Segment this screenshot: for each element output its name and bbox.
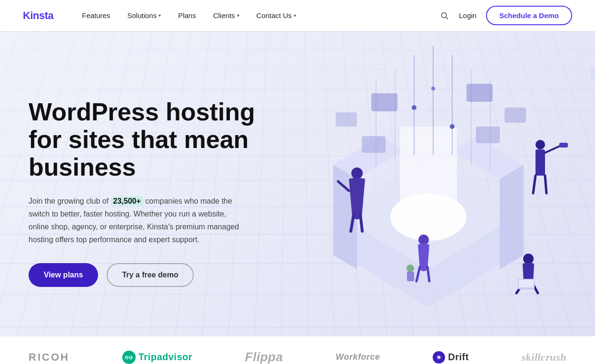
nav-features[interactable]: Features [82,11,110,20]
brand-skillcrush: skillcrush [522,351,566,364]
nav-actions: Login Schedule a Demo [440,6,572,25]
nav-solutions[interactable]: Solutions ▾ [127,11,161,20]
nav-contact[interactable]: Contact Us ▾ [257,11,296,20]
nav-clients[interactable]: Clients ▾ [213,11,239,20]
login-link[interactable]: Login [459,11,476,20]
hero-description: Join the growing club of 23,500+ compani… [29,195,248,246]
hero-left: WordPress hosting for sites that mean bu… [29,69,286,287]
brand-ricoh: RICOH [29,351,69,364]
logo[interactable]: Kinsta [23,10,53,22]
highlight-number: 23,500+ [111,197,143,206]
chevron-down-icon: ▾ [159,13,161,18]
navbar: Kinsta Features Solutions ▾ Plans Client… [0,0,595,31]
search-icon[interactable] [440,11,449,20]
view-plans-button[interactable]: View plans [29,263,98,287]
schedule-demo-button[interactable]: Schedule a Demo [486,6,572,25]
brand-flippa: Flippa [245,350,283,364]
hero-section: WordPress hosting for sites that mean bu… [0,31,595,336]
svg-line-1 [446,17,448,19]
nav-links: Features Solutions ▾ Plans Clients ▾ Con… [82,11,440,20]
brand-drift: Drift [433,351,469,364]
hero-title: WordPress hosting for sites that mean bu… [29,98,286,181]
drift-icon [433,351,445,364]
chevron-down-icon: ▾ [294,13,296,18]
brand-workforce: Workforce [336,352,380,362]
brand-tripadvisor: oo Tripadvisor [122,351,192,364]
chevron-down-icon: ▾ [237,13,239,18]
hero-buttons: View plans Try a free demo [29,263,286,287]
brands-bar: RICOH oo Tripadvisor Flippa Workforce Dr… [0,336,595,364]
tripadvisor-icon: oo [122,351,136,364]
try-demo-button[interactable]: Try a free demo [107,263,193,287]
nav-plans[interactable]: Plans [178,11,196,20]
hero-content: WordPress hosting for sites that mean bu… [0,31,595,307]
